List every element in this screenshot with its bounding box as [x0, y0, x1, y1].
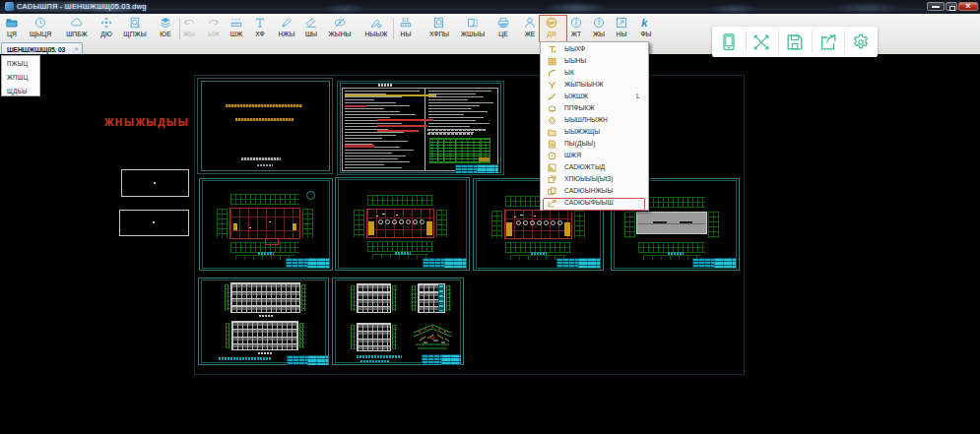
svg-text:k: k [641, 17, 648, 29]
svg-text:VIP: VIP [548, 21, 555, 26]
svg-text:?: ? [597, 19, 601, 26]
svg-text:1:1: 1:1 [401, 18, 408, 23]
